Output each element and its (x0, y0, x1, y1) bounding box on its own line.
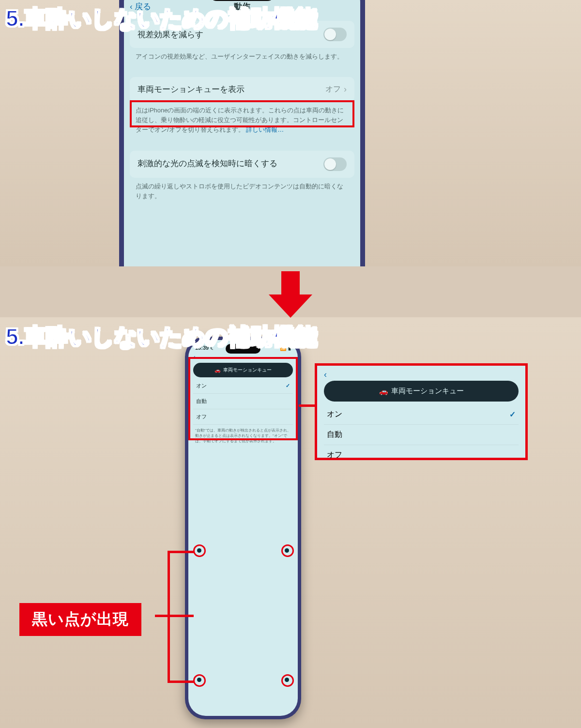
option-off[interactable]: オフ (193, 409, 293, 425)
row-label: 刺激的な光の点滅を検知時に暗くする (138, 158, 277, 170)
pill-label: 車両モーションキュー (223, 367, 272, 373)
motion-cue-dot (285, 678, 289, 682)
toggle-dim-flashing[interactable] (323, 157, 347, 171)
car-icon: 🚗 (214, 368, 220, 373)
connector-line (299, 404, 315, 407)
pill-label: 車両モーションキュー (391, 387, 464, 396)
option-on[interactable]: オン ✓ (193, 378, 293, 394)
overlay-title-top: 5.車酔いしないための補助機能 (6, 4, 317, 34)
motion-cue-dot (197, 548, 201, 553)
option-auto[interactable]: 自動 (193, 394, 293, 409)
chevron-right-icon: › (344, 84, 347, 94)
connector-line (155, 615, 194, 617)
connector-line (169, 681, 194, 683)
row-detail: オフ › (325, 84, 347, 94)
row-value: オフ (325, 84, 341, 94)
row-dim-flashing[interactable]: 刺激的な光の点滅を検知時に暗くする (130, 151, 354, 178)
checkmark-icon: ✓ (509, 410, 516, 419)
svg-marker-1 (269, 294, 312, 318)
back-button[interactable]: ‹ (188, 353, 200, 361)
more-info-link[interactable]: 詳しい情報… (246, 126, 284, 133)
back-button[interactable]: ‹ (324, 370, 327, 381)
option-on[interactable]: オン ✓ (324, 404, 519, 425)
bottom-panel: 13:39 ☾ 📶 ▮ ‹ 🚗 車両モーションキュー オン ✓ 自動 オフ "自… (0, 317, 581, 728)
row-dim-flashing-footer: 点滅の繰り返しやストロボを使用したビデオコンテンツは自動的に暗くなります。 (124, 178, 360, 208)
row-vehicle-motion-footer: 点はiPhoneの画面の端の近くに表示されます。これらの点は車両の動きに追従し、… (124, 102, 360, 141)
row-label: 車両モーションキューを表示 (138, 84, 245, 95)
options-footer: "自動"では、車両の動きが検出されると点が表示され、動きが止まると点は表示されな… (188, 425, 298, 447)
checkmark-icon: ✓ (286, 383, 290, 389)
row-reduce-motion-footer: アイコンの視差効果など、ユーザインターフェイスの動きを減らします。 (124, 48, 360, 68)
motion-cue-dot (285, 548, 289, 553)
overlay-title-bottom: 5.車酔いしないための補助機能 (6, 322, 317, 352)
car-icon: 🚗 (379, 387, 388, 396)
header-pill: 🚗 車両モーションキュー (193, 363, 293, 377)
phone-top-frame: 13:39 ☾ ‹ 戻る 動作 視差効果を減らす アイコンの視差効果など、ユーザ… (119, 0, 365, 266)
svg-rect-0 (281, 271, 300, 294)
toggle-reduce-motion[interactable] (323, 28, 347, 41)
phone-bottom-screen: 13:39 ☾ 📶 ▮ ‹ 🚗 車両モーションキュー オン ✓ 自動 オフ "自… (188, 340, 298, 716)
callout-zoom: ‹ 🚗 車両モーションキュー オン ✓ 自動 オフ (315, 363, 528, 460)
header-pill: 🚗 車両モーションキュー (324, 381, 519, 402)
caption-label: 黒い点が出現 (19, 603, 141, 636)
phone-bottom-frame: 13:39 ☾ 📶 ▮ ‹ 🚗 車両モーションキュー オン ✓ 自動 オフ "自… (185, 337, 301, 719)
option-off[interactable]: オフ (324, 445, 519, 465)
option-auto[interactable]: 自動 (324, 425, 519, 445)
connector-line (169, 551, 194, 553)
connector-line (168, 551, 170, 683)
top-panel: 13:39 ☾ ‹ 戻る 動作 視差効果を減らす アイコンの視差効果など、ユーザ… (0, 0, 581, 266)
down-arrow-icon (264, 271, 317, 320)
motion-cue-dot (197, 678, 201, 682)
row-vehicle-motion-cues[interactable]: 車両モーションキューを表示 オフ › (130, 77, 354, 102)
phone-top-screen: 13:39 ☾ ‹ 戻る 動作 視差効果を減らす アイコンの視差効果など、ユーザ… (124, 0, 360, 266)
